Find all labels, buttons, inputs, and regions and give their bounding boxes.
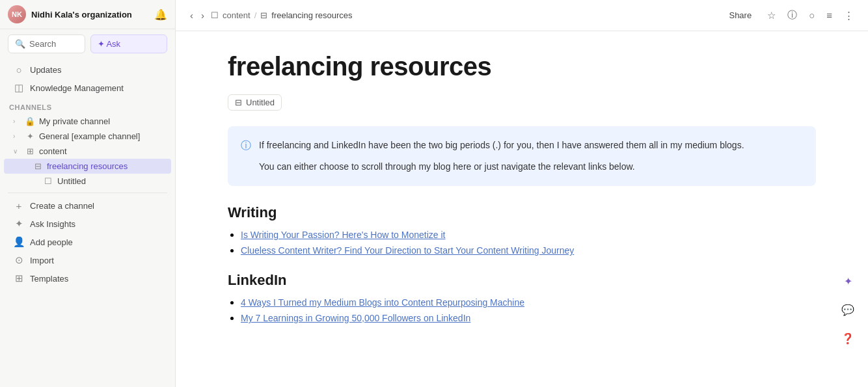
sidebar-header: NK Nidhi Kala's organization 🔔 xyxy=(0,0,175,29)
org-avatar: NK xyxy=(8,5,26,23)
sidebar-item-knowledge[interactable]: ◫ Knowledge Management xyxy=(4,79,171,97)
page-title: freelancing resources xyxy=(228,52,816,81)
writing-links-list: Is Writing Your Passion? Here's How to M… xyxy=(228,229,816,256)
info-paragraph-1: If freelancing and LinkedIn have been th… xyxy=(259,138,744,153)
list-item: 4 Ways I Turned my Medium Blogs into Con… xyxy=(241,297,816,308)
linkedin-links-list: 4 Ways I Turned my Medium Blogs into Con… xyxy=(228,297,816,324)
channels-section-label: CHANNELS xyxy=(0,97,175,114)
notification-bell-icon[interactable]: 🔔 xyxy=(154,8,167,21)
back-button[interactable]: ‹ xyxy=(189,8,195,22)
topbar-left: ‹ › ☐ content / ⊟ freelancing resources xyxy=(189,8,353,22)
grid-icon: ⊞ xyxy=(25,146,35,156)
share-button[interactable]: Share xyxy=(724,8,757,23)
info-button[interactable]: ⓘ xyxy=(786,8,798,23)
knowledge-icon: ◫ xyxy=(13,82,25,94)
forward-button[interactable]: › xyxy=(200,8,206,22)
sidebar-item-add-people[interactable]: 👤 Add people xyxy=(4,233,171,251)
breadcrumb-current-label: freelancing resources xyxy=(271,10,352,20)
writing-link-2[interactable]: Clueless Content Writer? Find Your Direc… xyxy=(241,245,574,256)
sidebar-item-untitled[interactable]: ☐ Untitled xyxy=(4,174,171,189)
list-item: Is Writing Your Passion? Here's How to M… xyxy=(241,229,816,241)
linkedin-link-1[interactable]: 4 Ways I Turned my Medium Blogs into Con… xyxy=(241,297,524,308)
list-item: Clueless Content Writer? Find Your Direc… xyxy=(241,245,816,256)
sidebar: NK Nidhi Kala's organization 🔔 🔍 Search … xyxy=(0,0,176,387)
org-name: Nidhi Kala's organization xyxy=(31,10,132,20)
breadcrumb-content-icon: ☐ xyxy=(211,10,219,20)
info-circle-icon: ⓘ xyxy=(241,139,251,174)
insights-icon: ✦ xyxy=(13,218,25,230)
sidebar-item-templates[interactable]: ⊞ Templates xyxy=(4,269,171,287)
topbar-right: Share ☆ ⓘ ○ ≡ ⋮ xyxy=(724,8,855,23)
templates-icon: ⊞ xyxy=(13,273,25,284)
sidebar-item-ask-insights[interactable]: ✦ Ask Insights xyxy=(4,215,171,233)
lock-icon: 🔒 xyxy=(25,116,35,126)
table-icon: ⊟ xyxy=(33,161,43,171)
search-button[interactable]: 🔍 Search xyxy=(8,34,85,53)
divider xyxy=(8,193,167,193)
linkedin-section-heading: LinkedIn xyxy=(228,272,816,289)
search-icon: 🔍 xyxy=(15,39,25,49)
more-options-button[interactable]: ⋮ xyxy=(843,8,855,23)
updates-icon: ○ xyxy=(13,64,25,75)
help-float-icon[interactable]: ❓ xyxy=(838,328,858,348)
sidebar-item-updates[interactable]: ○ Updates xyxy=(4,61,171,79)
info-paragraph-2: You can either choose to scroll through … xyxy=(259,159,744,174)
breadcrumb-separator: / xyxy=(254,10,257,20)
info-text: If freelancing and LinkedIn have been th… xyxy=(259,138,744,174)
breadcrumb: ☐ content / ⊟ freelancing resources xyxy=(211,10,353,20)
sidebar-item-freelancing[interactable]: ⊟ freelancing resources xyxy=(4,159,171,174)
writing-link-1[interactable]: Is Writing Your Passion? Here's How to M… xyxy=(241,230,445,240)
content-area: freelancing resources ⊟ Untitled ⓘ If fr… xyxy=(176,31,868,387)
page-icon: ☐ xyxy=(43,176,53,186)
sidebar-item-general-channel[interactable]: › ✦ General [example channel] xyxy=(4,129,171,144)
people-icon: 👤 xyxy=(13,236,25,248)
comment-float-icon[interactable]: 💬 xyxy=(838,300,858,319)
list-item: My 7 Learnings in Growing 50,000 Followe… xyxy=(241,312,816,324)
breadcrumb-page-icon: ⊟ xyxy=(260,10,267,20)
breadcrumb-content-label[interactable]: content xyxy=(223,10,251,20)
chat-button[interactable]: ○ xyxy=(807,8,816,22)
sidebar-item-create-channel[interactable]: + Create a channel xyxy=(4,197,171,215)
linked-page-label: Untitled xyxy=(246,98,275,107)
writing-section-heading: Writing xyxy=(228,204,816,221)
layout-button[interactable]: ≡ xyxy=(825,8,834,22)
linked-page[interactable]: ⊟ Untitled xyxy=(228,94,282,111)
org-info: NK Nidhi Kala's organization xyxy=(8,5,132,23)
topbar: ‹ › ☐ content / ⊟ freelancing resources … xyxy=(176,0,868,31)
sidebar-item-import[interactable]: ⊙ Import xyxy=(4,251,171,269)
plus-icon: + xyxy=(13,200,25,211)
star-button[interactable]: ☆ xyxy=(766,8,777,23)
import-icon: ⊙ xyxy=(13,254,25,266)
linkedin-link-2[interactable]: My 7 Learnings in Growing 50,000 Followe… xyxy=(241,313,470,323)
linked-page-icon: ⊟ xyxy=(235,98,242,107)
ask-button[interactable]: ✦ Ask xyxy=(90,34,168,53)
sidebar-item-content-channel[interactable]: ∨ ⊞ content xyxy=(4,144,171,159)
sidebar-actions: 🔍 Search ✦ Ask xyxy=(0,29,175,59)
float-icons: ✦ 💬 ❓ xyxy=(838,271,858,348)
sidebar-nav: ○ Updates ◫ Knowledge Management CHANNEL… xyxy=(0,59,175,387)
main-area: ‹ › ☐ content / ⊟ freelancing resources … xyxy=(176,0,868,387)
expand-icon: ∨ xyxy=(13,148,21,155)
info-box: ⓘ If freelancing and LinkedIn have been … xyxy=(228,126,816,186)
expand-icon: › xyxy=(13,118,21,125)
ai-float-icon[interactable]: ✦ xyxy=(838,271,858,291)
sidebar-item-private-channel[interactable]: › 🔒 My private channel xyxy=(4,114,171,129)
expand-icon: › xyxy=(13,133,21,140)
sparkle-icon: ✦ xyxy=(25,131,35,141)
